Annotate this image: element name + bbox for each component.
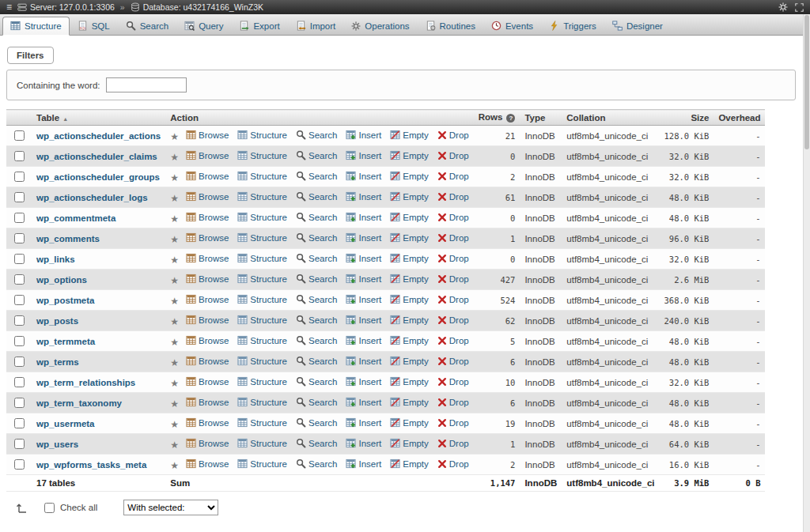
- row-checkbox[interactable]: [14, 315, 25, 326]
- search-link[interactable]: Search: [296, 376, 337, 387]
- column-header-overhead[interactable]: Overhead: [713, 110, 765, 126]
- database-breadcrumb[interactable]: Database: u432174166_WinZ3K: [131, 2, 263, 12]
- search-link[interactable]: Search: [296, 417, 337, 428]
- favorite-star-icon[interactable]: ★: [170, 337, 179, 348]
- favorite-star-icon[interactable]: ★: [170, 193, 179, 204]
- structure-link[interactable]: Structure: [237, 397, 287, 407]
- drop-link[interactable]: Drop: [437, 130, 469, 140]
- browse-link[interactable]: Browse: [186, 274, 229, 284]
- structure-link[interactable]: Structure: [237, 232, 287, 243]
- tab-sql[interactable]: SQLSQL: [70, 17, 118, 36]
- structure-link[interactable]: Structure: [237, 458, 287, 469]
- row-checkbox[interactable]: [14, 233, 25, 243]
- empty-link[interactable]: Empty: [390, 212, 429, 222]
- empty-link[interactable]: Empty: [390, 150, 429, 160]
- drop-link[interactable]: Drop: [437, 418, 469, 428]
- browse-link[interactable]: Browse: [186, 212, 229, 222]
- structure-link[interactable]: Structure: [237, 274, 287, 284]
- browse-link[interactable]: Browse: [186, 253, 229, 263]
- drop-link[interactable]: Drop: [437, 336, 469, 345]
- structure-link[interactable]: Structure: [237, 315, 287, 325]
- tab-import[interactable]: Import: [288, 17, 344, 36]
- expand-icon[interactable]: [795, 3, 804, 12]
- browse-link[interactable]: Browse: [186, 171, 229, 181]
- structure-link[interactable]: Structure: [237, 376, 287, 387]
- insert-link[interactable]: Insert: [346, 150, 381, 160]
- table-name-link[interactable]: wp_actionscheduler_groups: [36, 172, 160, 182]
- column-header-table[interactable]: Table▲: [32, 110, 165, 126]
- structure-link[interactable]: Structure: [237, 150, 287, 160]
- table-name-link[interactable]: wp_actionscheduler_logs: [36, 193, 148, 202]
- search-link[interactable]: Search: [296, 171, 337, 181]
- tab-events[interactable]: Events: [483, 17, 541, 36]
- structure-link[interactable]: Structure: [237, 356, 287, 366]
- browse-link[interactable]: Browse: [186, 294, 229, 304]
- insert-link[interactable]: Insert: [346, 397, 381, 407]
- empty-link[interactable]: Empty: [390, 356, 429, 366]
- favorite-star-icon[interactable]: ★: [170, 296, 179, 307]
- column-header-type[interactable]: Type: [520, 110, 562, 126]
- check-all-label[interactable]: Check all: [60, 503, 97, 512]
- column-header-rows[interactable]: Rows?: [474, 110, 520, 126]
- empty-link[interactable]: Empty: [390, 130, 429, 140]
- empty-link[interactable]: Empty: [390, 274, 429, 284]
- row-checkbox[interactable]: [14, 254, 25, 264]
- table-name-link[interactable]: wp_termmeta: [36, 337, 95, 346]
- drop-link[interactable]: Drop: [437, 459, 469, 469]
- browse-link[interactable]: Browse: [186, 438, 229, 448]
- drop-link[interactable]: Drop: [437, 192, 469, 202]
- insert-link[interactable]: Insert: [346, 212, 381, 222]
- search-link[interactable]: Search: [296, 294, 337, 304]
- structure-link[interactable]: Structure: [237, 253, 287, 263]
- check-all-checkbox[interactable]: [44, 503, 55, 513]
- row-checkbox[interactable]: [14, 418, 25, 428]
- browse-link[interactable]: Browse: [186, 130, 229, 140]
- column-header-collation[interactable]: Collation: [562, 110, 659, 126]
- browse-link[interactable]: Browse: [186, 458, 229, 469]
- empty-link[interactable]: Empty: [390, 397, 429, 407]
- browse-link[interactable]: Browse: [186, 335, 229, 345]
- insert-link[interactable]: Insert: [346, 376, 381, 387]
- drop-link[interactable]: Drop: [437, 315, 469, 325]
- containing-word-input[interactable]: [106, 77, 187, 92]
- drop-link[interactable]: Drop: [437, 274, 469, 284]
- gear-icon[interactable]: [778, 2, 788, 12]
- table-name-link[interactable]: wp_comments: [36, 234, 100, 243]
- insert-link[interactable]: Insert: [346, 335, 381, 345]
- empty-link[interactable]: Empty: [390, 458, 429, 469]
- insert-link[interactable]: Insert: [346, 130, 381, 140]
- column-header-size[interactable]: Size: [660, 110, 714, 126]
- row-checkbox[interactable]: [14, 172, 25, 182]
- browse-link[interactable]: Browse: [186, 191, 229, 202]
- drop-link[interactable]: Drop: [437, 295, 469, 304]
- row-checkbox[interactable]: [14, 130, 25, 141]
- empty-link[interactable]: Empty: [390, 294, 429, 304]
- favorite-star-icon[interactable]: ★: [170, 275, 179, 286]
- favorite-star-icon[interactable]: ★: [170, 419, 179, 430]
- search-link[interactable]: Search: [296, 130, 337, 140]
- with-selected-select[interactable]: With selected:: [123, 500, 218, 515]
- favorite-star-icon[interactable]: ★: [170, 398, 179, 409]
- insert-link[interactable]: Insert: [346, 438, 381, 448]
- search-link[interactable]: Search: [296, 397, 337, 407]
- insert-link[interactable]: Insert: [346, 232, 381, 243]
- table-name-link[interactable]: wp_terms: [36, 357, 79, 367]
- row-checkbox[interactable]: [14, 295, 25, 305]
- insert-link[interactable]: Insert: [346, 253, 381, 263]
- row-checkbox[interactable]: [14, 459, 25, 470]
- scrollbar-thumb[interactable]: [804, 15, 809, 149]
- drop-link[interactable]: Drop: [437, 151, 469, 160]
- table-name-link[interactable]: wp_actionscheduler_actions: [36, 131, 161, 141]
- row-checkbox[interactable]: [14, 357, 25, 367]
- insert-link[interactable]: Insert: [346, 294, 381, 304]
- favorite-star-icon[interactable]: ★: [170, 131, 179, 142]
- search-link[interactable]: Search: [296, 150, 337, 160]
- table-name-link[interactable]: wp_commentmeta: [36, 213, 115, 223]
- drop-link[interactable]: Drop: [437, 357, 469, 366]
- drop-link[interactable]: Drop: [437, 233, 469, 243]
- empty-link[interactable]: Empty: [390, 253, 429, 263]
- structure-link[interactable]: Structure: [237, 417, 287, 428]
- row-checkbox[interactable]: [14, 439, 25, 449]
- empty-link[interactable]: Empty: [390, 417, 429, 428]
- favorite-star-icon[interactable]: ★: [170, 440, 179, 451]
